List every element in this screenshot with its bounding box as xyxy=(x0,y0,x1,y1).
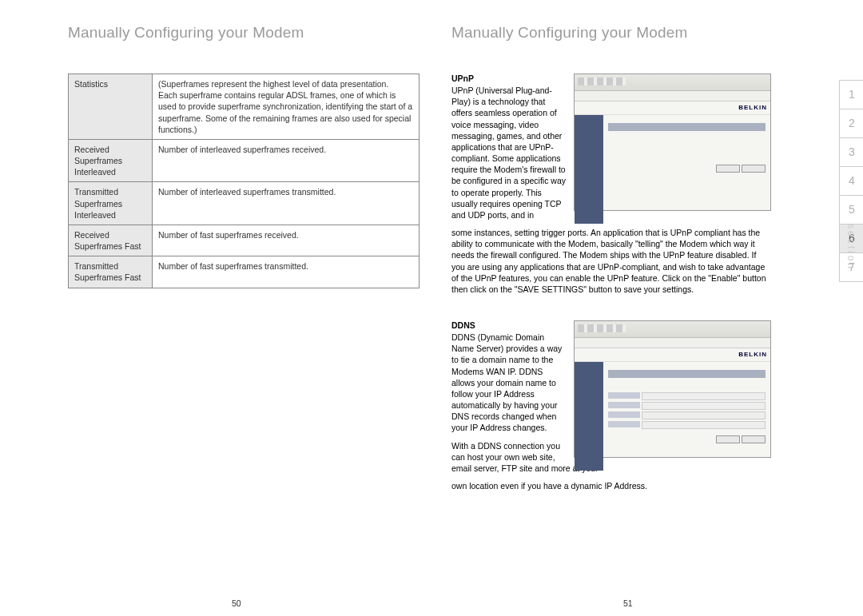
table-row: Received Superframes FastNumber of fast … xyxy=(69,225,420,256)
section-tab-1[interactable]: 1 xyxy=(839,80,863,109)
thumb-logo: BELKIN xyxy=(575,101,770,115)
section-tab-4[interactable]: 4 xyxy=(839,166,863,196)
cell-desc: Number of interleaved superframes receiv… xyxy=(153,139,420,182)
cell-label: Transmitted Superframes Interleaved xyxy=(69,182,153,225)
cell-label: Transmitted Superframes Fast xyxy=(69,256,153,288)
table-row: Statistics(Superframes represent the hig… xyxy=(69,74,420,140)
cell-desc: (Superframes represent the highest level… xyxy=(153,74,420,140)
page-number-left: 50 xyxy=(232,598,241,608)
right-page: Manually Configuring your Modem BELKIN U… xyxy=(451,24,771,517)
cell-label: Received Superframes Interleaved xyxy=(69,139,153,182)
upnp-screenshot: BELKIN xyxy=(574,74,771,211)
section-tab-5[interactable]: 5 xyxy=(839,195,863,225)
table-row: Transmitted Superframes FastNumber of fa… xyxy=(69,256,420,288)
thumb-logo: BELKIN xyxy=(575,348,770,362)
table-row: Received Superframes InterleavedNumber o… xyxy=(69,139,420,182)
stats-table: Statistics(Superframes represent the hig… xyxy=(68,74,420,288)
cell-label: Statistics xyxy=(69,74,153,140)
page-title-right: Manually Configuring your Modem xyxy=(451,24,771,42)
ddns-block: BELKIN DDNS DDNS (Dynamic Domain Name S xyxy=(451,320,771,498)
upnp-text-2: some instances, setting trigger ports. A… xyxy=(451,227,771,295)
cell-label: Received Superframes Fast xyxy=(69,225,153,256)
cell-desc: Number of fast superframes received. xyxy=(153,225,420,256)
section-tab-3[interactable]: 3 xyxy=(839,137,863,167)
cell-desc: Number of fast superframes transmitted. xyxy=(153,256,420,288)
section-tab-2[interactable]: 2 xyxy=(839,109,863,138)
cell-desc: Number of interleaved superframes transm… xyxy=(153,182,420,225)
ddns-text-3: own location even if you have a dynamic … xyxy=(451,480,771,491)
ddns-screenshot: BELKIN xyxy=(574,320,771,458)
table-row: Transmitted Superframes InterleavedNumbe… xyxy=(69,182,420,225)
upnp-block: BELKIN UPnP UPnP (Universal Plug-and-Pla… xyxy=(451,74,771,301)
page-title-left: Manually Configuring your Modem xyxy=(68,24,420,42)
section-label: section xyxy=(845,224,857,271)
page-number-right: 51 xyxy=(623,598,633,608)
left-page: Manually Configuring your Modem Statisti… xyxy=(68,24,420,517)
